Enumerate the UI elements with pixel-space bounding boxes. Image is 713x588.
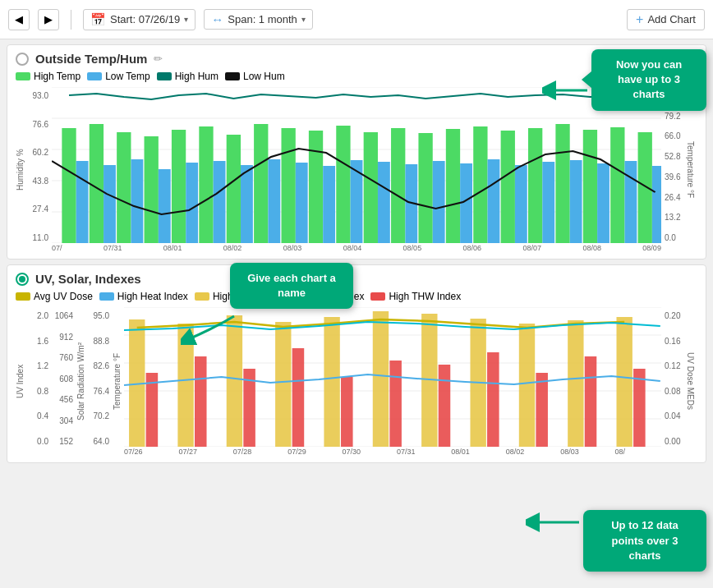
svg-rect-23 [528,128,542,243]
svg-rect-13 [254,124,268,243]
svg-rect-48 [624,161,637,243]
chart2-header: UV, Solar, Indexes [16,272,697,286]
chart1-radio[interactable] [16,53,29,66]
svg-rect-61 [373,311,389,447]
legend-color-lowhum [225,72,240,80]
callout-chartname: Give each chart a name [230,263,353,309]
svg-rect-20 [446,129,460,243]
svg-rect-45 [542,162,554,243]
legend-label-lowtemp: Low Temp [105,71,150,82]
callout-datapoints: Up to 12 data points over 3 charts [583,510,706,572]
chart2-y-right-axis: 0.20 0.16 0.12 0.08 0.04 0.00 [661,307,686,456]
svg-rect-43 [488,159,500,243]
svg-rect-49 [652,166,661,243]
svg-rect-47 [597,163,610,243]
svg-rect-28 [76,161,89,243]
callout1-arrow-svg [542,78,591,103]
legend-color-hightemp [16,72,30,80]
svg-rect-70 [292,348,305,447]
svg-rect-35 [268,159,280,243]
chart1-edit-icon[interactable]: ✏ [154,53,163,65]
svg-rect-18 [391,128,405,243]
svg-rect-17 [364,132,378,243]
legend-item-highthwindex: High THW Index [370,291,461,302]
svg-rect-8 [117,132,131,243]
legend-item-hightemp: High Temp [16,71,80,82]
add-chart-button[interactable]: + Add Chart [627,9,705,30]
calendar-icon: 📅 [90,12,106,27]
chart2-y-solar-label: Solar Radiation W/m² [76,307,88,456]
chart1-svg [52,87,661,243]
svg-rect-31 [159,169,171,243]
svg-rect-11 [199,126,213,243]
callout-3charts: Now you can have up to 3 charts [591,49,706,111]
legend-color-highhum [157,72,172,80]
chart1-y-left-label: Humidity % [16,87,27,252]
span-label: Span: 1 month [228,13,297,25]
legend-color-lowtemp [87,72,102,80]
legend-item-highhum: High Hum [157,71,218,82]
toolbar: ◀ ▶ 📅 Start: 07/26/19 ▾ ↔ Span: 1 month … [0,0,713,39]
chart2-y-right-label: UV Dose MEDs [686,307,697,456]
span-icon: ↔ [211,12,223,26]
svg-rect-25 [583,130,597,243]
legend-color-highthwindex [370,292,385,301]
svg-rect-24 [555,124,569,243]
callout-chartname-text: Give each chart a name [247,272,336,299]
svg-rect-39 [378,162,390,243]
svg-rect-27 [638,132,652,243]
svg-rect-59 [275,322,291,447]
svg-rect-41 [433,161,445,243]
start-date-picker[interactable]: 📅 Start: 07/26/19 ▾ [83,9,196,30]
svg-rect-36 [296,163,308,243]
separator [71,10,71,30]
svg-rect-14 [281,128,295,243]
chart2-y-temp-label: Temperature °F [113,307,124,456]
start-date-arrow: ▾ [184,15,188,24]
chart1-x-axis: 07/ 07/31 08/01 08/02 08/03 08/04 08/05 … [52,244,661,252]
svg-rect-66 [617,317,632,447]
svg-rect-22 [501,131,515,243]
chart2-title: UV, Solar, Indexes [35,272,141,286]
chart1-y-right-label: Temperature °F [686,87,697,252]
svg-rect-77 [633,369,646,447]
chart1-y-left-axis: 93.0 76.6 60.2 43.8 27.4 11.0 [27,87,52,252]
next-button[interactable]: ▶ [38,9,59,30]
svg-rect-73 [439,365,451,447]
chart2-legend: Avg UV Dose High Heat Index High Solar R… [16,291,697,302]
svg-rect-72 [389,361,402,447]
legend-label-hightemp: High Temp [34,71,80,82]
svg-rect-74 [487,352,499,447]
svg-rect-21 [473,126,487,243]
legend-color-avguvdose [16,292,30,301]
svg-rect-32 [186,163,198,243]
svg-rect-12 [227,135,241,243]
add-chart-label: Add Chart [647,13,696,25]
chart1-area: 07/ 07/31 08/01 08/02 08/03 08/04 08/05 … [52,87,661,252]
svg-rect-15 [309,131,323,243]
callout-datapoints-text: Up to 12 data points over 3 charts [611,519,678,561]
prev-button[interactable]: ◀ [8,9,30,30]
chart2-radio[interactable] [16,273,29,286]
span-picker[interactable]: ↔ Span: 1 month ▾ [204,9,313,30]
svg-rect-30 [131,159,143,243]
chart2-y-left2-axis: 1064 912 760 608 456 304 152 [52,307,76,456]
plus-icon: + [636,12,643,27]
chart2-y-left-label: UV Index [16,307,27,456]
svg-rect-6 [62,128,76,243]
legend-label-lowhum: Low Hum [243,71,285,82]
svg-rect-19 [418,133,432,243]
callout-3charts-text: Now you can have up to 3 charts [616,58,682,100]
svg-rect-9 [145,136,159,243]
svg-rect-37 [323,166,335,243]
legend-item-avguvdose: Avg UV Dose [16,291,93,302]
legend-item-lowhum: Low Hum [225,71,285,82]
svg-rect-10 [172,130,186,243]
svg-rect-76 [585,356,597,447]
svg-rect-75 [536,373,548,447]
chart2-y-temp-axis: 95.0 88.8 82.6 76.4 70.2 64.0 [88,307,113,456]
svg-rect-29 [104,165,116,243]
svg-rect-7 [90,124,104,243]
svg-rect-34 [241,165,253,243]
span-arrow: ▾ [301,15,306,24]
